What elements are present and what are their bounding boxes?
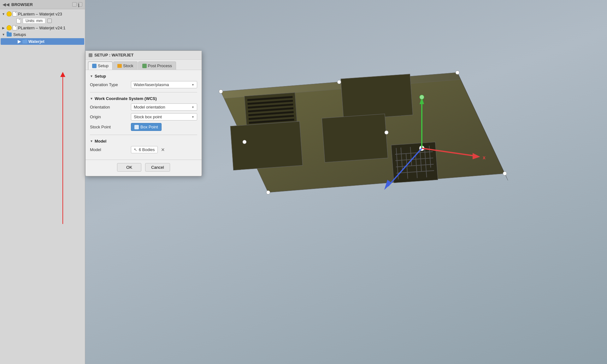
tree-label-v24: PLantern – Waterjet v24:1 (18, 26, 66, 30)
model-row: Model ↖ 6 Bodies ✕ (90, 146, 197, 153)
setup-section-header: ▼ Setup (90, 74, 197, 79)
wcs-section-header: ▼ Work Coordinate System (WCS) (90, 96, 197, 101)
stock-point-label: Stock Point (90, 125, 131, 129)
wcs-section-arrow: ▼ (90, 97, 93, 100)
tree-item-setups[interactable]: Setups (0, 31, 85, 38)
model-label: Model (90, 147, 131, 152)
tab-setup-label: Setup (98, 63, 109, 68)
svg-rect-11 (341, 74, 413, 120)
dialog-footer: OK Cancel (85, 160, 202, 176)
panel-3d-svg: x (183, 63, 514, 252)
browser-collapse-btn[interactable]: ◀◀ (3, 2, 9, 7)
operation-type-row: Operation Type Water/laser/plasma ▼ (90, 81, 197, 88)
box-point-icon (134, 125, 139, 129)
svg-point-32 (385, 131, 388, 134)
bulb-icon-v23 (7, 11, 12, 16)
folder-icon-waterjet (22, 39, 27, 44)
folder-icon-setups (7, 32, 12, 37)
model-section-arrow: ▼ (90, 139, 93, 143)
operation-type-dropdown[interactable]: Water/laser/plasma ▼ (131, 81, 197, 88)
tab-post-process[interactable]: Post Process (138, 62, 176, 70)
origin-row: Origin Stock box point ▼ (90, 113, 197, 120)
box-point-button[interactable]: Box Point (131, 123, 162, 131)
operation-type-arrow: ▼ (192, 83, 194, 86)
stock-tab-icon (117, 64, 122, 68)
post-tab-icon (142, 64, 147, 68)
model-cursor-icon: ↖ (134, 147, 137, 152)
setup-section-arrow: ▼ (90, 74, 93, 78)
dialog-body: ▼ Setup Operation Type Water/laser/plasm… (85, 70, 202, 160)
origin-label: Origin (90, 114, 131, 119)
tree-arrow-waterjet[interactable] (17, 39, 21, 44)
dialog-tabs: Setup Stock Post Process (85, 60, 202, 70)
tree-label-setups: Setups (13, 32, 26, 37)
tree-label-v23: PLantern – Waterjet v23 (18, 12, 62, 16)
orientation-dropdown[interactable]: Model orientation ▼ (131, 103, 197, 111)
svg-point-33 (243, 140, 246, 144)
tab-stock-label: Stock (123, 63, 133, 68)
tree-arrow-setups[interactable] (1, 32, 6, 37)
model-value: 6 Bodies (139, 147, 155, 152)
tree-item-v24[interactable]: PLantern – Waterjet v24:1 (0, 24, 85, 31)
browser-minimize-btn[interactable] (72, 2, 77, 7)
svg-point-28 (456, 71, 459, 74)
tree-item-v23[interactable]: PLantern – Waterjet v23 (0, 10, 85, 17)
setup-tab-icon (92, 64, 97, 68)
operation-type-label: Operation Type (90, 82, 131, 87)
orientation-label: Orientation (90, 105, 131, 109)
divider-1 (90, 92, 197, 92)
tree-arrow-v24[interactable] (1, 26, 6, 30)
x-axis-label: x (483, 155, 486, 160)
svg-rect-13 (322, 114, 388, 162)
cancel-button[interactable]: Cancel (145, 163, 170, 172)
doc-icon-v23 (13, 11, 17, 16)
ok-button[interactable]: OK (117, 163, 141, 172)
wcs-section-title: Work Coordinate System (WCS) (95, 96, 157, 101)
svg-rect-12 (230, 121, 303, 170)
orientation-value: Model orientation (134, 105, 165, 109)
svg-point-29 (503, 172, 507, 175)
browser-controls: | (72, 2, 82, 7)
divider-2 (90, 135, 197, 135)
origin-arrow: ▼ (192, 115, 194, 119)
box-point-label: Box Point (140, 125, 158, 129)
tab-post-label: Post Process (148, 63, 172, 68)
browser-panel: ◀◀ BROWSER | PLantern – Waterjet v23 Uni… (0, 0, 85, 364)
model-section-header: ▼ Model (90, 139, 197, 144)
tab-stock[interactable]: Stock (113, 62, 138, 70)
units-row: Units: mm (0, 17, 85, 24)
model-clear-button[interactable]: ✕ (160, 147, 166, 153)
model-section-title: Model (95, 139, 107, 144)
dialog-titlebar: SETUP : WATERJET (85, 51, 202, 60)
doc-icon-v24 (13, 25, 17, 30)
origin-value: Stock box point (134, 114, 162, 119)
bulb-icon-v24 (7, 25, 12, 30)
browser-header: ◀◀ BROWSER | (0, 0, 85, 9)
setup-dialog: SETUP : WATERJET Setup Stock Post Proces… (85, 50, 202, 176)
browser-title: BROWSER (11, 2, 70, 7)
units-badge: Units: mm (23, 18, 45, 24)
tab-setup[interactable]: Setup (88, 62, 113, 70)
tree-arrow-v23[interactable] (1, 12, 6, 16)
svg-point-27 (219, 90, 223, 93)
origin-dropdown[interactable]: Stock box point ▼ (131, 113, 197, 120)
orientation-arrow: ▼ (192, 106, 194, 109)
orientation-row: Orientation Model orientation ▼ (90, 103, 197, 111)
svg-point-37 (420, 95, 424, 99)
svg-point-31 (337, 80, 341, 84)
dialog-title: SETUP : WATERJET (94, 53, 133, 57)
stock-point-row: Stock Point Box Point (90, 123, 197, 131)
tree-label-waterjet: Waterjet (28, 39, 44, 44)
browser-divider-btn[interactable]: | (78, 2, 82, 7)
tree-item-waterjet[interactable]: Waterjet (1, 38, 84, 45)
model-value-button[interactable]: ↖ 6 Bodies (131, 146, 158, 153)
annotation-arrow-line (62, 73, 63, 224)
svg-point-30 (266, 191, 270, 194)
units-edit-icon[interactable] (47, 19, 52, 23)
setup-section-title: Setup (95, 74, 106, 79)
doc-icon-units (16, 18, 21, 23)
operation-type-value: Water/laser/plasma (134, 82, 169, 87)
dialog-close-icon[interactable] (89, 53, 92, 57)
